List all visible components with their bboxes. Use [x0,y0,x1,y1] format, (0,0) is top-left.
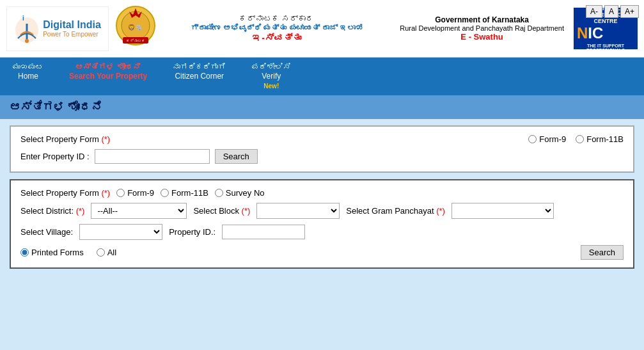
advanced-search-section: Select Property Form (*) Form-9 Form-11B… [10,179,634,269]
nav-verify[interactable]: ಪರಿಶೀಲಿಸಿ Verify New! [239,58,304,95]
form11b-option[interactable]: Form-11B [576,134,624,144]
nav-citizen-kannada: ನಾಗರಿಕರಿಗಾಗಿ [173,63,226,72]
all-forms-option[interactable]: All [97,248,116,257]
font-normal-button[interactable]: A [604,5,618,18]
adv-form11b-option[interactable]: Form-11B [161,188,208,198]
page-title-bar: ಆಸ್ತಿಗಳ ಶೋಧನೆ [0,95,644,119]
form9-radio[interactable] [528,135,537,143]
property-id-search-button[interactable]: Search [215,149,258,164]
advanced-form-label: Select Property Form (*) [20,188,110,198]
printed-forms-label: Printed Forms [31,248,84,257]
adv-form9-label: Form-9 [127,188,154,198]
navbar: ಮುಖಪುಟ Home ಆಸ್ತಿಗಳ ಶೋಧನೆ Search Your Pr… [0,58,644,95]
dept-name-kannada: ಗ್ರಾಮೀಣ ಅಭಿವೃದ್ಧಿ ಮತ್ತು ಪಂಚಾಯತ್ ರಾಜ್ ಇಲಾ… [169,24,384,33]
nav-home-english: Home [13,72,43,81]
simple-search-section: Select Property Form (*) Form-9 Form-11B… [10,125,634,173]
page-header: i Digital India Power To Empower 🦁 🐘 ಕರ್… [0,0,644,58]
advanced-form-type-row: Select Property Form (*) Form-9 Form-11B… [20,188,624,198]
nav-search-kannada: ಆಸ್ತಿಗಳ ಶೋಧನೆ [69,63,147,72]
rdpr-label: Rural Development and Panchayath Raj Dep… [400,24,564,32]
font-decrease-button[interactable]: A- [586,5,602,18]
nav-home-kannada: ಮುಖಪುಟ [13,63,43,72]
svg-text:🦁: 🦁 [128,24,136,31]
nav-citizen-corner[interactable]: ನಾಗರಿಕರಿಗಾಗಿ Citizen Corner [160,58,239,95]
property-id-input[interactable] [95,149,210,164]
adv-form9-radio[interactable] [116,189,125,197]
all-forms-radio[interactable] [97,248,105,257]
nic-mid2-text: CENTRE [577,18,634,24]
adv-survey-option[interactable]: Survey No [215,188,265,198]
nav-verify-badge: New! [263,83,279,90]
nav-search-property[interactable]: ಆಸ್ತಿಗಳ ಶೋಧನೆ Search Your Property [56,58,160,95]
block-select[interactable] [256,203,340,219]
adv-property-id-label: Property ID.: [169,227,216,237]
digital-india-tagline: Power To Empower [43,31,101,38]
village-select[interactable] [79,224,162,240]
karnataka-emblem: 🦁 🐘 ಕರ್ನಾಟಕ [115,5,157,52]
advanced-search-button[interactable]: Search [581,245,624,260]
adv-survey-radio[interactable] [215,189,223,197]
adv-form9-option[interactable]: Form-9 [116,188,154,198]
svg-text:ಕರ್ನಾಟಕ: ಕರ್ನಾಟಕ [126,38,145,43]
header-center-text: ಕರ್ನಾಟಕ ಸರ್ಕಾರ ಗ್ರಾಮೀಣ ಅಭಿವೃದ್ಧಿ ಮತ್ತು ಪ… [163,14,390,43]
kannada-gov-title: ಕರ್ನಾಟಕ ಸರ್ಕಾರ [169,14,384,24]
svg-point-1 [25,39,29,43]
form-type-radio-group: Form-9 Form-11B [528,134,624,144]
property-form-label: Select Property Form (*) [20,134,110,144]
district-select[interactable]: --All-- [91,203,187,219]
font-increase-button[interactable]: A+ [620,5,639,18]
gp-select[interactable] [452,203,554,219]
nav-citizen-english: Citizen Corner [173,72,226,81]
adv-form11b-radio[interactable] [161,189,169,197]
svg-text:🐘: 🐘 [136,24,143,31]
svg-text:i: i [22,15,24,22]
printed-forms-radio[interactable] [20,248,29,257]
nav-verify-kannada: ಪರಿಶೀಲಿಸಿ [251,63,291,72]
block-label: Select Block (*) [193,206,250,216]
property-id-row: Enter Property ID : Search [20,149,624,164]
nav-search-english: Search Your Property [69,72,147,81]
page-title: ಆಸ್ತಿಗಳ ಶೋಧನೆ [10,100,102,113]
adv-survey-label: Survey No [226,188,265,198]
main-content: Select Property Form (*) Form-9 Form-11B… [0,119,644,275]
location-row: Select District: (*) --All-- Select Bloc… [20,203,624,219]
di-logo-icon: i [14,11,40,46]
village-property-row: Select Village: Property ID.: [20,224,624,240]
all-forms-label: All [107,248,116,257]
nic-bottom-text: THE IT SUPPORT PROFESSIONALS [577,44,634,52]
form11b-label: Form-11B [586,134,624,144]
printed-forms-option[interactable]: Printed Forms [20,248,84,257]
gov-title: Government of Karnataka [400,15,564,24]
nav-home[interactable]: ಮುಖಪುಟ Home [0,58,56,95]
property-id-label: Enter Property ID : [20,152,90,161]
form9-label: Form-9 [539,134,566,144]
eswathu-kannada: ಇ-ಸ್ವತ್ತು [169,33,384,43]
nav-verify-english: Verify [251,72,291,81]
form-type-row: Select Property Form (*) Form-9 Form-11B [20,134,624,144]
digital-india-brand: Digital India [43,19,101,31]
printed-forms-row: Printed Forms All Search [20,245,624,260]
adv-form11b-label: Form-11B [171,188,208,198]
header-right-text: Government of Karnataka Rural Developmen… [390,15,574,42]
form9-option[interactable]: Form-9 [528,134,566,144]
advanced-form-grid: Select Property Form (*) Form-9 Form-11B… [20,188,624,260]
adv-property-id-input[interactable] [222,225,305,239]
nic-brand: N I C [577,24,634,42]
gp-label: Select Gram Panchayat (*) [346,206,445,216]
district-label: Select District: (*) [20,206,84,216]
digital-india-logo: i Digital India Power To Empower [6,6,109,51]
eswathu-english: E - Swathu [400,32,564,42]
village-label: Select Village: [20,227,73,237]
form11b-radio[interactable] [576,135,584,143]
